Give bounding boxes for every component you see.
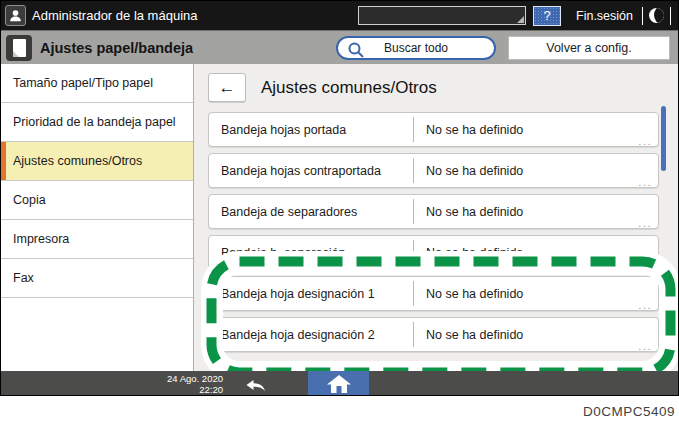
sidebar-item-copia[interactable]: Copia [1, 181, 193, 220]
date-label: 24 Ago. 2020 [151, 373, 223, 384]
search-all-button[interactable]: Buscar todo [336, 36, 496, 60]
figure-caption: D0CMPC5409 [0, 396, 679, 427]
logged-in-user-label: Administrador de la máquina [32, 8, 197, 23]
return-to-settings-button[interactable]: Volver a config. [508, 36, 670, 60]
content-header: ← Ajustes comunes/Otros [208, 73, 437, 102]
user-icon [8, 8, 23, 23]
setting-row-bandeja-de-separadores[interactable]: Bandeja de separadores No se ha definido… [208, 194, 659, 229]
more-indicator: ... [638, 177, 652, 187]
setting-value: No se ha definido [414, 154, 523, 187]
sidebar-item-prioridad-bandeja[interactable]: Prioridad de la bandeja papel [1, 103, 193, 142]
screenshot-stage: Administrador de la máquina ? Fin.sesión… [0, 0, 679, 427]
setting-row-bandeja-hoja-designacion-1[interactable]: Bandeja hoja designación 1 No se ha defi… [208, 276, 659, 311]
setting-value: No se ha definido [414, 195, 523, 228]
setting-row-bandeja-hojas-contraportada[interactable]: Bandeja hojas contraportada No se ha def… [208, 153, 659, 188]
sidebar-item-fax[interactable]: Fax [1, 259, 193, 298]
back-nav-button[interactable] [239, 371, 273, 396]
setting-value: No se ha definido [414, 318, 523, 351]
settings-list: Bandeja hojas portada No se ha definido … [208, 112, 659, 352]
search-label: Buscar todo [384, 41, 448, 55]
more-indicator: ... [638, 218, 652, 228]
logout-button[interactable]: Fin.sesión [576, 9, 633, 23]
device-screen: Administrador de la máquina ? Fin.sesión… [0, 0, 679, 396]
more-indicator: ... [638, 136, 652, 146]
home-icon [326, 374, 352, 394]
setting-label: Bandeja hoja designación 1 [209, 277, 413, 310]
home-button[interactable] [308, 371, 369, 396]
more-indicator: ... [638, 341, 652, 351]
setting-label: Bandeja de separadores [209, 195, 413, 228]
help-button[interactable]: ? [533, 6, 561, 26]
section-title: Ajustes comunes/Otros [261, 78, 437, 98]
setting-value: No se ha definido [414, 113, 523, 146]
content-panel: ← Ajustes comunes/Otros Bandeja hojas po… [194, 64, 678, 371]
setting-row-bandeja-hojas-portada[interactable]: Bandeja hojas portada No se ha definido … [208, 112, 659, 147]
moon-icon [649, 8, 664, 23]
system-message-field[interactable] [358, 6, 526, 25]
divider [670, 7, 671, 25]
sidebar-item-impresora[interactable]: Impresora [1, 220, 193, 259]
energy-saver-button[interactable] [643, 8, 670, 23]
setting-value: No se ha definido [414, 236, 523, 269]
bottom-bar: 24 Ago. 2020 22:20 [1, 371, 679, 396]
setting-label: Bandeja hoja designación 2 [209, 318, 413, 351]
undo-arrow-icon [244, 376, 268, 392]
datetime-display: 24 Ago. 2020 22:20 [151, 373, 223, 396]
user-account-button[interactable] [5, 5, 26, 26]
sidebar: Tamaño papel/Tipo papel Prioridad de la … [1, 64, 194, 371]
paper-tray-settings-icon [6, 35, 32, 61]
sidebar-item-ajustes-comunes[interactable]: Ajustes comunes/Otros [1, 142, 193, 181]
setting-label: Bandeja hojas portada [209, 113, 413, 146]
setting-label: Bandeja hojas contraportada [209, 154, 413, 187]
back-arrow-icon: ← [219, 78, 236, 98]
top-bar: Administrador de la máquina ? Fin.sesión [1, 1, 678, 30]
scrollbar-thumb[interactable] [661, 106, 666, 171]
body: Tamaño papel/Tipo papel Prioridad de la … [1, 64, 678, 371]
app-bar: Ajustes papel/bandeja Buscar todo Volver… [1, 30, 678, 64]
sidebar-item-tamano-papel[interactable]: Tamaño papel/Tipo papel [1, 64, 193, 103]
search-icon [347, 41, 365, 59]
setting-label: Bandeja h. separación [209, 236, 413, 269]
back-button[interactable]: ← [208, 73, 246, 102]
setting-row-bandeja-hoja-designacion-2[interactable]: Bandeja hoja designación 2 No se ha defi… [208, 317, 659, 352]
setting-value: No se ha definido [414, 277, 523, 310]
setting-row-bandeja-h-separacion[interactable]: Bandeja h. separación No se ha definido [208, 235, 659, 270]
page-title: Ajustes papel/bandeja [40, 40, 193, 56]
time-label: 22:20 [151, 384, 223, 395]
more-indicator: ... [638, 300, 652, 310]
